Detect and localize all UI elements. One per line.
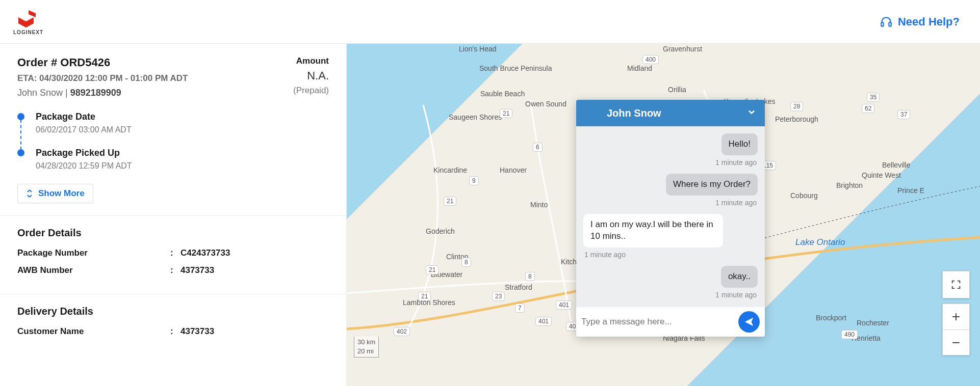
send-button[interactable] [738, 311, 760, 333]
headset-icon [880, 15, 893, 29]
map-route-shield: 400 [642, 55, 659, 64]
svg-marker-0 [18, 17, 34, 27]
timeline-date: 06/02/2017 03:00 AM ADT [36, 125, 132, 134]
map-route-shield: 37 [897, 110, 910, 119]
timeline-date: 04/28/2020 12:59 PM ADT [36, 161, 132, 171]
map-place-label: Quinte West [862, 171, 901, 179]
map-panel[interactable]: South Bruce PeninsulaSauble BeachSaugeen… [347, 44, 980, 386]
delivery-details-section: Delivery Details Customer Name : 4373733 [0, 294, 346, 337]
brand-logo: LOGINEXT [13, 8, 43, 35]
timeline-title: Package Picked Up [36, 148, 132, 158]
map-route-shield: 35 [867, 93, 880, 102]
order-details-section: Order Details Package Number : C42437373… [0, 216, 346, 294]
zoom-in-button[interactable]: + [943, 304, 969, 329]
map-place-label: Gravenhurst [663, 45, 702, 53]
detail-row: AWB Number : 4373733 [17, 265, 329, 275]
map-place-label: Saugeen Shores [449, 113, 502, 121]
chat-timestamp: 1 minute ago [584, 251, 626, 259]
scale-km: 30 km [357, 338, 375, 347]
map-place-label: Stratford [505, 283, 532, 291]
chat-timestamp: 1 minute ago [715, 158, 757, 167]
amount-label: Amount [293, 56, 329, 66]
status-timeline: Package Date 06/02/2017 03:00 AM ADT Pac… [0, 112, 346, 216]
chat-message-incoming: okay.. [721, 266, 758, 288]
map-place-label: Brockport [816, 314, 846, 322]
svg-rect-3 [889, 22, 891, 26]
send-icon [743, 316, 755, 327]
need-help-label: Need Help? [898, 15, 960, 29]
map-route-shield: 28 [790, 102, 803, 111]
section-heading: Order Details [17, 227, 329, 239]
order-eta: ETA: 04/30/2020 12:00 PM - 01:00 PM ADT [17, 73, 188, 84]
map-place-label: Midland [627, 64, 652, 72]
app-header: LOGINEXT Need Help? [0, 0, 980, 44]
chat-message-outgoing: I am on my way.I will be there in 10 min… [583, 214, 723, 247]
map-place-label: Goderich [426, 227, 455, 235]
map-place-label: Belleville [882, 161, 910, 169]
map-place-label: Orillia [668, 86, 686, 94]
zoom-out-button[interactable]: − [943, 329, 969, 355]
map-route-shield: 6 [533, 143, 543, 152]
need-help-link[interactable]: Need Help? [880, 15, 960, 29]
chat-header[interactable]: John Snow [576, 100, 765, 126]
fullscreen-button[interactable] [942, 271, 970, 298]
map-route-shield: 401 [556, 300, 572, 310]
timeline-item: Package Picked Up 04/28/2020 12:59 PM AD… [17, 148, 329, 184]
show-more-button[interactable]: Show More [17, 184, 93, 203]
map-route-shield: 23 [492, 292, 505, 301]
detail-row: Customer Name : 4373733 [17, 326, 329, 337]
map-route-shield: 21 [444, 197, 456, 206]
chat-input[interactable] [581, 317, 738, 327]
map-place-label: Owen Sound [525, 100, 566, 108]
map-place-label: Hanover [500, 166, 527, 174]
detail-value: C424373733 [180, 248, 329, 258]
timeline-dot-icon [17, 149, 24, 156]
chat-input-row [576, 307, 765, 337]
chat-timestamp: 1 minute ago [715, 199, 757, 207]
map-scale: 30 km 20 mi [354, 337, 379, 357]
map-route-shield: 9 [469, 176, 479, 185]
map-place-label: Lion's Head [459, 45, 497, 53]
zoom-control: + − [942, 304, 970, 355]
detail-key: AWB Number [17, 265, 170, 275]
detail-row: Package Number : C424373733 [17, 248, 329, 258]
map-place-label: Minto [530, 201, 548, 209]
map-place-label: Prince E [897, 186, 924, 195]
chat-widget: John Snow Hello!1 minute agoWhere is my … [576, 100, 765, 337]
map-place-label: Sauble Beach [480, 90, 525, 98]
map-place-label: Brighton [836, 181, 863, 189]
map-route-shield: 8 [461, 258, 471, 267]
detail-value: 4373733 [180, 326, 329, 337]
chat-body: Hello!1 minute agoWhere is my Order?1 mi… [576, 126, 765, 307]
map-route-shield: 7 [515, 304, 525, 313]
map-place-label: Kitch [561, 258, 577, 266]
brand-name: LOGINEXT [13, 30, 43, 35]
svg-rect-2 [881, 22, 883, 26]
detail-value: 4373733 [180, 265, 329, 275]
map-place-label: Cobourg [790, 191, 818, 200]
order-customer: John Snow | 9892189909 [17, 88, 188, 98]
scale-mi: 20 mi [357, 347, 375, 356]
chevron-down-icon [746, 107, 757, 117]
order-title: Order # ORD5426 [17, 56, 188, 69]
section-heading: Delivery Details [17, 306, 329, 317]
customer-name: John Snow [17, 88, 63, 98]
timeline-title: Package Date [36, 112, 132, 122]
chat-collapse-button[interactable] [746, 107, 757, 120]
map-route-shield: 21 [500, 109, 512, 118]
chat-message-incoming: Hello! [721, 133, 758, 155]
map-route-shield: 490 [841, 330, 858, 339]
map-place-label: South Bruce Peninsula [479, 64, 552, 72]
amount-value: N.A. [293, 69, 329, 82]
lake-label: Lake Ontario [795, 237, 845, 247]
map-route-shield: 62 [862, 104, 874, 113]
timeline-item: Package Date 06/02/2017 03:00 AM ADT [17, 112, 329, 148]
fullscreen-icon [950, 279, 962, 290]
order-panel: Order # ORD5426 ETA: 04/30/2020 12:00 PM… [0, 44, 347, 386]
detail-key: Package Number [17, 248, 170, 258]
map-route-shield: 402 [394, 327, 410, 336]
show-more-label: Show More [38, 188, 85, 199]
order-summary: Order # ORD5426 ETA: 04/30/2020 12:00 PM… [0, 44, 346, 112]
map-route-shield: 401 [535, 317, 552, 326]
map-place-label: Rochester [857, 319, 889, 327]
